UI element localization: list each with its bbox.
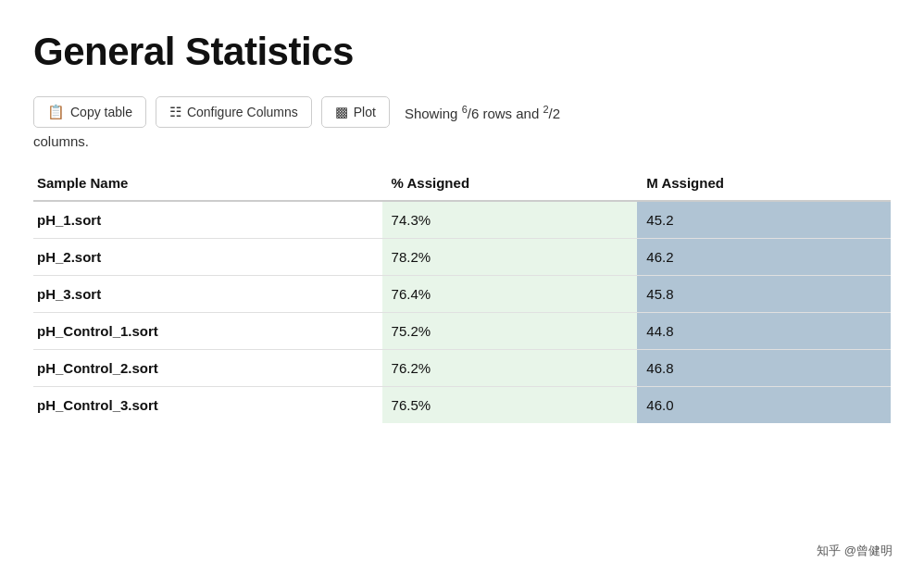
showing-text: Showing 6/6 rows and 2/2 [405, 104, 560, 121]
rows-denominator: 6 [471, 106, 479, 121]
cell-m-assigned: 46.0 [637, 387, 891, 424]
table-row: pH_Control_1.sort75.2%44.8 [33, 313, 891, 350]
plot-icon: ▩ [335, 104, 348, 120]
cell-pct-assigned: 78.2% [382, 239, 638, 276]
columns-text: columns. [33, 133, 891, 149]
cell-m-assigned: 46.2 [637, 239, 891, 276]
cell-sample-name: pH_Control_2.sort [33, 350, 382, 387]
page-title: General Statistics [33, 30, 891, 74]
configure-columns-button[interactable]: ☷ Configure Columns [156, 96, 312, 128]
copy-table-label: Copy table [70, 105, 132, 119]
cell-m-assigned: 45.2 [637, 201, 891, 239]
cell-sample-name: pH_Control_3.sort [33, 387, 382, 424]
cell-sample-name: pH_3.sort [33, 276, 382, 313]
data-table: Sample Name % Assigned M Assigned pH_1.s… [33, 166, 891, 423]
rows-numerator: 6 [462, 104, 468, 115]
cell-pct-assigned: 75.2% [382, 313, 638, 350]
table-row: pH_3.sort76.4%45.8 [33, 276, 891, 313]
plot-button[interactable]: ▩ Plot [321, 96, 390, 128]
plot-label: Plot [354, 105, 376, 119]
cell-pct-assigned: 76.2% [382, 350, 638, 387]
cols-denominator: 2 [553, 106, 560, 121]
cell-m-assigned: 44.8 [637, 313, 891, 350]
cell-sample-name: pH_Control_1.sort [33, 313, 382, 350]
col-header-pct-assigned: % Assigned [382, 166, 638, 201]
col-header-sample-name: Sample Name [33, 166, 382, 201]
table-header-row: Sample Name % Assigned M Assigned [33, 166, 891, 201]
col-header-m-assigned: M Assigned [637, 166, 891, 201]
configure-columns-label: Configure Columns [187, 105, 298, 119]
toolbar: 📋 Copy table ☷ Configure Columns ▩ Plot … [33, 96, 891, 128]
cell-sample-name: pH_1.sort [33, 201, 382, 239]
table-row: pH_1.sort74.3%45.2 [33, 201, 891, 239]
table-row: pH_2.sort78.2%46.2 [33, 239, 891, 276]
copy-table-button[interactable]: 📋 Copy table [33, 96, 146, 128]
cell-sample-name: pH_2.sort [33, 239, 382, 276]
cell-pct-assigned: 76.5% [382, 387, 638, 424]
table-row: pH_Control_2.sort76.2%46.8 [33, 350, 891, 387]
configure-columns-icon: ☷ [169, 104, 181, 120]
table-row: pH_Control_3.sort76.5%46.0 [33, 387, 891, 424]
cell-pct-assigned: 74.3% [382, 201, 638, 239]
cell-pct-assigned: 76.4% [382, 276, 638, 313]
cell-m-assigned: 45.8 [637, 276, 891, 313]
cols-numerator: 2 [543, 104, 548, 115]
copy-table-icon: 📋 [47, 104, 65, 120]
cell-m-assigned: 46.8 [637, 350, 891, 387]
